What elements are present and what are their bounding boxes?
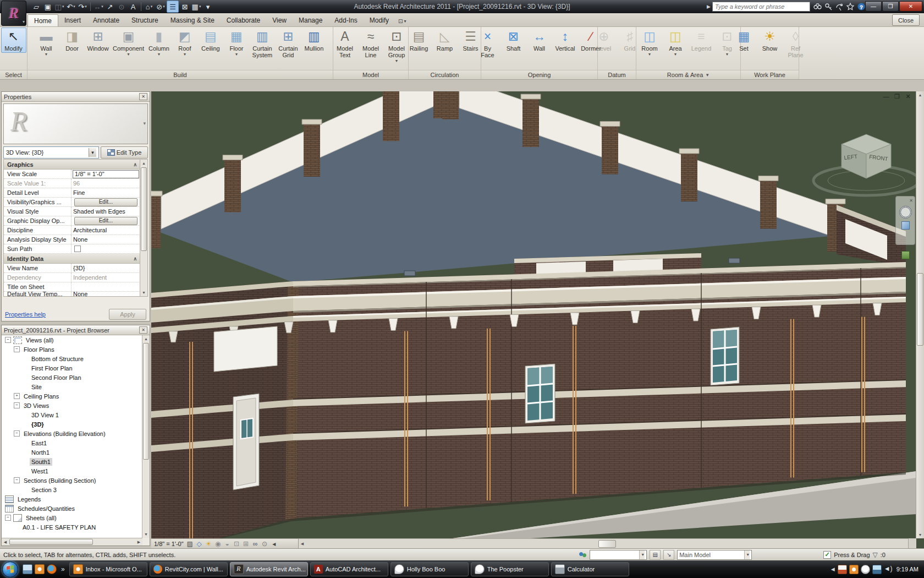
close-button[interactable]: ✕ xyxy=(899,1,922,12)
drawing-area[interactable]: LEFT FRONT — ❐ ✕ ✕ ▲ ▼ 1/8" = 1'-0" ▨◇☀◉… xyxy=(151,91,924,548)
taskbar-button-the-poopster[interactable]: The Poopster xyxy=(471,562,549,576)
tag-icon[interactable]: ⊙ xyxy=(116,1,127,12)
view-restore-icon[interactable]: ❐ xyxy=(893,93,901,100)
by-face-button[interactable]: ×ByFace xyxy=(475,28,501,59)
scroll-down-icon[interactable]: ▼ xyxy=(140,289,147,296)
tree-item-sheets-all[interactable]: −Sheets (all) xyxy=(2,513,142,522)
property-value[interactable]: Fine xyxy=(72,189,140,196)
tree-item-3d[interactable]: {3D} xyxy=(2,419,142,429)
quicklaunch-expand-icon[interactable]: » xyxy=(61,565,65,573)
editable-only-icon[interactable]: ▤ xyxy=(650,550,661,560)
graphic-display-op-edit-button[interactable]: Edit... xyxy=(74,217,138,225)
default-3d-view-icon[interactable]: ⌂▾ xyxy=(144,1,155,12)
curtain-system-button[interactable]: ▥CurtainSystem xyxy=(250,28,275,59)
more-icon[interactable]: ◂ xyxy=(270,540,278,548)
text-icon[interactable]: A xyxy=(128,1,139,12)
room-button[interactable]: ◫Room▼ xyxy=(637,28,662,58)
panel-label-build[interactable]: Build xyxy=(28,70,333,79)
taskbar-button-autodesk-revit-arch[interactable]: RAutodesk Revit Arch... xyxy=(230,562,308,576)
section-header-graphics[interactable]: Graphics∧ xyxy=(4,160,140,170)
vertical-button[interactable]: ↕Vertical xyxy=(553,28,578,53)
tree-item-sections-building-section[interactable]: −Sections (Building Section) xyxy=(2,476,142,485)
mullion-button[interactable]: ▥Mullion xyxy=(301,28,327,53)
tab-insert[interactable]: Insert xyxy=(58,14,87,26)
tree-item-north1[interactable]: North1 xyxy=(2,448,142,457)
tree-item-first-floor-plan[interactable]: First Floor Plan xyxy=(2,363,142,373)
infocenter-collapse-icon[interactable]: ▶ xyxy=(707,4,711,9)
property-value[interactable]: Shaded with Edges xyxy=(72,208,140,215)
worksets-dropdown[interactable]: ▼ xyxy=(590,550,647,560)
tree-item-section-3[interactable]: Section 3 xyxy=(2,485,142,494)
vol-icon[interactable]: ◄) xyxy=(884,565,892,573)
view-control-bar[interactable]: 1/8" = 1'-0" ▨◇☀◉◒⊡⊞∞⊙◂ xyxy=(151,538,299,548)
clock-icon[interactable] xyxy=(849,565,859,574)
worksets-icon[interactable] xyxy=(578,551,587,559)
model-line-button[interactable]: ≈ModelLine xyxy=(358,28,383,59)
press-drag-checkbox[interactable]: ✓ xyxy=(823,551,831,559)
switch-windows-icon[interactable]: ▦▾ xyxy=(191,1,202,12)
tree-item-site[interactable]: Site xyxy=(2,382,142,391)
tab-home[interactable]: Home xyxy=(28,14,58,26)
panel-label-work-plane[interactable]: Work Plane xyxy=(741,70,799,79)
section-header-identity-data[interactable]: Identity Data∧ xyxy=(4,254,140,264)
collapse-icon[interactable]: − xyxy=(5,337,11,343)
scroll-right-icon[interactable]: ▶ xyxy=(135,538,142,546)
publish-icon[interactable]: ◫▾ xyxy=(54,1,65,12)
tab-view[interactable]: View xyxy=(266,14,293,26)
crop-region-icon[interactable]: ⊞ xyxy=(242,540,250,548)
window-button[interactable]: ⊞Window xyxy=(85,28,111,53)
customize-qat-icon[interactable]: ▾ xyxy=(202,1,213,12)
area-button[interactable]: ◫Area▼ xyxy=(663,28,688,58)
measure-icon[interactable]: ↗ xyxy=(105,1,116,12)
tree-item-second-floor-plan[interactable]: Second Floor Plan xyxy=(2,373,142,382)
model-group-button[interactable]: ⊡ModelGroup▼ xyxy=(384,28,409,64)
ramp-button[interactable]: ◺Ramp xyxy=(432,28,458,53)
visual-style-icon[interactable]: ◇ xyxy=(195,540,204,548)
tab-structure[interactable]: Structure xyxy=(125,14,164,26)
property-value[interactable]: Architectural xyxy=(72,227,140,233)
column-button[interactable]: ▮Column▼ xyxy=(146,28,172,58)
aligned-dimension-icon[interactable]: ↔▾ xyxy=(93,1,104,12)
bubble-icon[interactable] xyxy=(861,565,870,574)
scroll-left-icon[interactable]: ◀ xyxy=(2,538,9,546)
visibility-graphics-edit-button[interactable]: Edit... xyxy=(74,198,138,206)
tab-manage[interactable]: Manage xyxy=(293,14,328,26)
railing-button[interactable]: ▤Railing xyxy=(406,28,432,53)
property-value[interactable]: 1/8" = 1'-0" xyxy=(73,170,139,178)
sun-path-icon[interactable]: ☀ xyxy=(205,540,213,548)
tree-item-3d-views[interactable]: −3D Views xyxy=(2,401,142,410)
collapse-icon[interactable]: − xyxy=(14,346,20,352)
model-text-button[interactable]: AModelText xyxy=(332,28,358,59)
view-close-button[interactable]: Close xyxy=(892,14,920,26)
tree-item-south1[interactable]: South1 xyxy=(2,457,142,466)
taskbar-button-holly-boo-boo[interactable]: Holly Boo Boo xyxy=(391,562,469,576)
minimize-ribbon-icon[interactable]: ⊡ xyxy=(398,18,403,24)
properties-help-link[interactable]: Properties help xyxy=(5,311,46,318)
section-icon[interactable]: ⊘▾ xyxy=(155,1,166,12)
curtain-grid-button[interactable]: ⊞CurtainGrid xyxy=(276,28,301,59)
panel-label-select[interactable]: Select xyxy=(0,70,27,79)
scroll-up-icon[interactable]: ▲ xyxy=(140,160,147,167)
application-menu-button[interactable]: R ▾ xyxy=(1,1,26,26)
favorites-icon[interactable] xyxy=(845,2,856,12)
redo-icon[interactable]: ↷▾ xyxy=(77,1,88,12)
edit-type-button[interactable]: Edit Type xyxy=(101,146,148,159)
tree-item-ceiling-plans[interactable]: +Ceiling Plans xyxy=(2,391,142,401)
show-button[interactable]: ☀Show xyxy=(757,28,783,53)
search-icon[interactable] xyxy=(812,2,823,12)
tree-item-views-all[interactable]: −Views (all) xyxy=(2,335,142,345)
roof-button[interactable]: ◩Roof▼ xyxy=(172,28,197,58)
tray-expand-icon[interactable]: ◀ xyxy=(831,566,835,572)
close-hidden-windows-icon[interactable]: ⊠ xyxy=(179,1,190,12)
close-icon[interactable]: ✕ xyxy=(139,326,147,334)
wall-button[interactable]: ↔Wall xyxy=(527,28,552,53)
tree-item-west1[interactable]: West1 xyxy=(2,466,142,476)
ribbon-state-arrow-icon[interactable]: ▾ xyxy=(404,19,406,24)
start-button[interactable] xyxy=(2,561,18,577)
desktop-icon[interactable] xyxy=(23,564,32,574)
tree-item-floor-plans[interactable]: −Floor Plans xyxy=(2,345,142,354)
filter-icon[interactable]: ▽ xyxy=(873,551,878,559)
crop-view-icon[interactable]: ⊡ xyxy=(233,540,241,548)
viewport-vertical-scrollbar[interactable]: ▲ ▼ xyxy=(916,91,924,538)
pan-tool-icon[interactable] xyxy=(901,251,910,259)
